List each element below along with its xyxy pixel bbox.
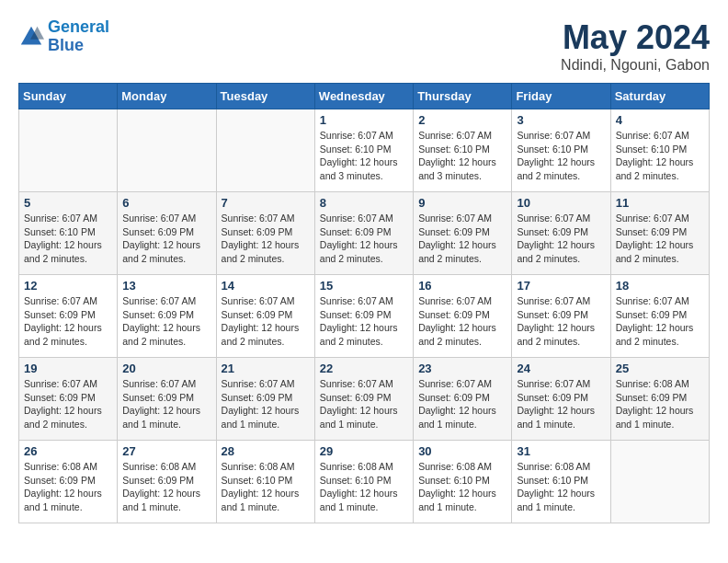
calendar-day-cell: 1Sunrise: 6:07 AM Sunset: 6:10 PM Daylig… [314, 109, 413, 192]
calendar-day-cell: 26Sunrise: 6:08 AM Sunset: 6:09 PM Dayli… [19, 441, 118, 523]
day-info: Sunrise: 6:08 AM Sunset: 6:09 PM Dayligh… [24, 460, 112, 514]
calendar-week-row: 1Sunrise: 6:07 AM Sunset: 6:10 PM Daylig… [19, 109, 710, 192]
day-number: 31 [517, 444, 605, 458]
title-block: May 2024 Ndindi, Ngouni, Gabon [561, 18, 710, 74]
weekday-header-row: SundayMondayTuesdayWednesdayThursdayFrid… [19, 84, 710, 109]
day-number: 23 [418, 362, 506, 375]
day-info: Sunrise: 6:07 AM Sunset: 6:09 PM Dayligh… [418, 294, 506, 349]
day-info: Sunrise: 6:07 AM Sunset: 6:09 PM Dayligh… [320, 212, 408, 266]
day-info: Sunrise: 6:07 AM Sunset: 6:09 PM Dayligh… [122, 212, 210, 266]
calendar-day-cell: 9Sunrise: 6:07 AM Sunset: 6:09 PM Daylig… [414, 192, 512, 275]
day-info: Sunrise: 6:07 AM Sunset: 6:10 PM Dayligh… [517, 129, 605, 183]
calendar-day-cell: 6Sunrise: 6:07 AM Sunset: 6:09 PM Daylig… [118, 192, 216, 275]
page-header: General Blue May 2024 Ndindi, Ngouni, Ga… [18, 18, 710, 74]
calendar-week-row: 26Sunrise: 6:08 AM Sunset: 6:09 PM Dayli… [19, 441, 710, 523]
day-info: Sunrise: 6:08 AM Sunset: 6:10 PM Dayligh… [517, 460, 605, 514]
calendar-day-cell: 22Sunrise: 6:07 AM Sunset: 6:09 PM Dayli… [314, 358, 413, 441]
day-info: Sunrise: 6:07 AM Sunset: 6:09 PM Dayligh… [222, 212, 310, 266]
day-number: 28 [222, 444, 310, 458]
day-info: Sunrise: 6:07 AM Sunset: 6:09 PM Dayligh… [418, 212, 506, 266]
calendar-day-cell [216, 109, 314, 192]
calendar-day-cell: 4Sunrise: 6:07 AM Sunset: 6:10 PM Daylig… [610, 109, 709, 192]
location-title: Ndindi, Ngouni, Gabon [561, 57, 710, 74]
calendar-day-cell: 8Sunrise: 6:07 AM Sunset: 6:09 PM Daylig… [314, 192, 413, 275]
day-number: 30 [418, 444, 506, 458]
day-info: Sunrise: 6:07 AM Sunset: 6:10 PM Dayligh… [616, 129, 704, 183]
day-number: 9 [418, 196, 506, 210]
weekday-header-cell: Sunday [19, 84, 118, 109]
calendar-day-cell: 27Sunrise: 6:08 AM Sunset: 6:09 PM Dayli… [118, 441, 216, 523]
calendar-day-cell: 24Sunrise: 6:07 AM Sunset: 6:09 PM Dayli… [512, 358, 610, 441]
day-number: 3 [517, 113, 605, 127]
day-info: Sunrise: 6:08 AM Sunset: 6:10 PM Dayligh… [320, 460, 408, 514]
day-number: 20 [122, 362, 210, 375]
day-number: 1 [320, 113, 408, 127]
day-number: 17 [517, 279, 605, 293]
calendar-day-cell: 18Sunrise: 6:07 AM Sunset: 6:09 PM Dayli… [610, 275, 709, 358]
day-info: Sunrise: 6:08 AM Sunset: 6:10 PM Dayligh… [222, 460, 310, 514]
calendar-day-cell: 7Sunrise: 6:07 AM Sunset: 6:09 PM Daylig… [216, 192, 314, 275]
day-number: 10 [517, 196, 605, 210]
weekday-header-cell: Thursday [414, 84, 512, 109]
day-number: 24 [517, 362, 605, 375]
day-info: Sunrise: 6:07 AM Sunset: 6:09 PM Dayligh… [517, 294, 605, 349]
calendar-week-row: 19Sunrise: 6:07 AM Sunset: 6:09 PM Dayli… [19, 358, 710, 441]
month-title: May 2024 [561, 18, 710, 57]
weekday-header-cell: Friday [512, 84, 610, 109]
calendar-day-cell: 14Sunrise: 6:07 AM Sunset: 6:09 PM Dayli… [216, 275, 314, 358]
day-number: 26 [24, 444, 112, 458]
day-info: Sunrise: 6:07 AM Sunset: 6:09 PM Dayligh… [616, 294, 704, 349]
calendar-day-cell: 10Sunrise: 6:07 AM Sunset: 6:09 PM Dayli… [512, 192, 610, 275]
calendar-day-cell: 15Sunrise: 6:07 AM Sunset: 6:09 PM Dayli… [314, 275, 413, 358]
day-info: Sunrise: 6:08 AM Sunset: 6:10 PM Dayligh… [418, 460, 506, 514]
calendar-day-cell: 30Sunrise: 6:08 AM Sunset: 6:10 PM Dayli… [414, 441, 512, 523]
calendar-day-cell: 19Sunrise: 6:07 AM Sunset: 6:09 PM Dayli… [19, 358, 118, 441]
day-number: 4 [616, 113, 704, 127]
day-number: 21 [222, 362, 310, 375]
day-number: 18 [616, 279, 704, 293]
calendar-day-cell: 28Sunrise: 6:08 AM Sunset: 6:10 PM Dayli… [216, 441, 314, 523]
day-number: 14 [222, 279, 310, 293]
weekday-header-cell: Monday [118, 84, 216, 109]
calendar-table: SundayMondayTuesdayWednesdayThursdayFrid… [18, 83, 710, 523]
calendar-day-cell: 31Sunrise: 6:08 AM Sunset: 6:10 PM Dayli… [512, 441, 610, 523]
day-info: Sunrise: 6:07 AM Sunset: 6:09 PM Dayligh… [24, 377, 112, 431]
day-number: 13 [122, 279, 210, 293]
calendar-day-cell: 25Sunrise: 6:08 AM Sunset: 6:09 PM Dayli… [610, 358, 709, 441]
day-number: 25 [616, 362, 704, 375]
weekday-header-cell: Saturday [610, 84, 709, 109]
day-number: 12 [24, 279, 112, 293]
day-info: Sunrise: 6:07 AM Sunset: 6:09 PM Dayligh… [517, 377, 605, 431]
logo-text: General Blue [48, 18, 109, 55]
calendar-week-row: 5Sunrise: 6:07 AM Sunset: 6:10 PM Daylig… [19, 192, 710, 275]
day-info: Sunrise: 6:07 AM Sunset: 6:09 PM Dayligh… [122, 294, 210, 349]
day-info: Sunrise: 6:07 AM Sunset: 6:09 PM Dayligh… [122, 377, 210, 431]
weekday-header-cell: Tuesday [216, 84, 314, 109]
calendar-day-cell: 13Sunrise: 6:07 AM Sunset: 6:09 PM Dayli… [118, 275, 216, 358]
calendar-day-cell [118, 109, 216, 192]
day-number: 15 [320, 279, 408, 293]
calendar-day-cell [610, 441, 709, 523]
calendar-day-cell [19, 109, 118, 192]
day-info: Sunrise: 6:08 AM Sunset: 6:09 PM Dayligh… [616, 377, 704, 431]
day-number: 8 [320, 196, 408, 210]
day-number: 5 [24, 196, 112, 210]
day-number: 19 [24, 362, 112, 375]
calendar-day-cell: 3Sunrise: 6:07 AM Sunset: 6:10 PM Daylig… [512, 109, 610, 192]
calendar-day-cell: 5Sunrise: 6:07 AM Sunset: 6:10 PM Daylig… [19, 192, 118, 275]
day-info: Sunrise: 6:08 AM Sunset: 6:09 PM Dayligh… [122, 460, 210, 514]
day-number: 7 [222, 196, 310, 210]
day-number: 22 [320, 362, 408, 375]
day-info: Sunrise: 6:07 AM Sunset: 6:09 PM Dayligh… [24, 294, 112, 349]
day-info: Sunrise: 6:07 AM Sunset: 6:09 PM Dayligh… [222, 377, 310, 431]
calendar-day-cell: 2Sunrise: 6:07 AM Sunset: 6:10 PM Daylig… [414, 109, 512, 192]
day-info: Sunrise: 6:07 AM Sunset: 6:09 PM Dayligh… [616, 212, 704, 266]
day-info: Sunrise: 6:07 AM Sunset: 6:09 PM Dayligh… [517, 212, 605, 266]
logo-icon [18, 24, 44, 50]
calendar-day-cell: 21Sunrise: 6:07 AM Sunset: 6:09 PM Dayli… [216, 358, 314, 441]
calendar-week-row: 12Sunrise: 6:07 AM Sunset: 6:09 PM Dayli… [19, 275, 710, 358]
day-info: Sunrise: 6:07 AM Sunset: 6:09 PM Dayligh… [418, 377, 506, 431]
calendar-day-cell: 23Sunrise: 6:07 AM Sunset: 6:09 PM Dayli… [414, 358, 512, 441]
calendar-body: 1Sunrise: 6:07 AM Sunset: 6:10 PM Daylig… [19, 109, 710, 523]
calendar-day-cell: 16Sunrise: 6:07 AM Sunset: 6:09 PM Dayli… [414, 275, 512, 358]
